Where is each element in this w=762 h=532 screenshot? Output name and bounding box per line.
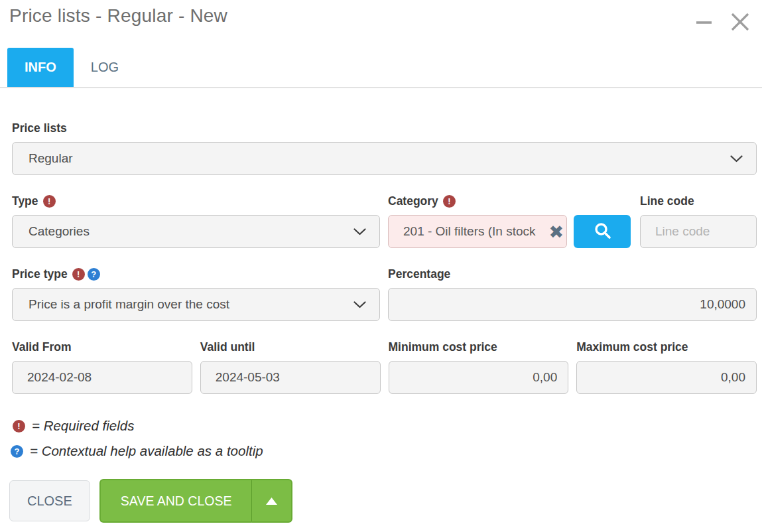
valid-until-label: Valid until <box>200 340 381 354</box>
percentage-field: Percentage <box>388 267 757 321</box>
form: Price lists Regular Type ! Categories <box>0 88 762 459</box>
search-button[interactable] <box>574 215 631 248</box>
chevron-down-icon <box>353 297 366 312</box>
line-code-field: Line code <box>640 194 757 248</box>
category-input[interactable] <box>388 215 567 248</box>
legend-help: ? = Contextual help available as a toolt… <box>13 443 757 459</box>
type-select[interactable]: Categories <box>12 215 380 248</box>
category-label: Category ! <box>388 194 567 208</box>
percentage-input[interactable] <box>388 288 757 321</box>
category-input-wrap: ✖ <box>388 215 567 248</box>
help-icon[interactable]: ? <box>88 268 100 281</box>
footer: CLOSE SAVE AND CLOSE <box>0 479 762 523</box>
tab-info[interactable]: INFO <box>7 48 74 87</box>
required-icon: ! <box>72 268 85 281</box>
search-icon <box>594 222 611 241</box>
price-type-label: Price type ! ? <box>12 267 380 281</box>
legend-help-text: = Contextual help available as a tooltip <box>30 443 263 459</box>
window-controls <box>695 5 750 32</box>
chevron-down-icon <box>730 151 743 166</box>
price-type-field: Price type ! ? Price is a profit margin … <box>12 267 380 321</box>
legend-required-text: = Required fields <box>32 418 134 434</box>
tab-log[interactable]: LOG <box>74 48 136 87</box>
price-lists-select[interactable]: Regular <box>12 142 757 175</box>
valid-from-label: Valid From <box>12 340 192 354</box>
close-button[interactable]: CLOSE <box>9 480 90 521</box>
valid-from-input[interactable] <box>12 361 192 394</box>
page-title: Price lists - Regular - New <box>9 5 227 27</box>
line-code-input[interactable] <box>640 215 757 248</box>
type-selected-value: Categories <box>29 224 90 239</box>
price-lists-selected-value: Regular <box>29 151 73 166</box>
type-label: Type ! <box>12 194 380 208</box>
min-cost-price-input[interactable] <box>389 361 569 394</box>
max-cost-price-field: Maximum cost price <box>576 340 757 394</box>
valid-from-field: Valid From <box>12 340 192 394</box>
caret-up-icon <box>266 496 277 507</box>
save-and-close-button[interactable]: SAVE AND CLOSE <box>99 479 253 523</box>
price-type-select[interactable]: Price is a profit margin over the cost <box>12 288 380 321</box>
price-lists-label: Price lists <box>12 121 757 135</box>
tab-bar: INFO LOG <box>0 48 762 88</box>
required-icon: ! <box>43 195 56 208</box>
chevron-down-icon <box>353 224 366 239</box>
titlebar: Price lists - Regular - New <box>0 0 762 32</box>
save-and-close-split-button: SAVE AND CLOSE <box>99 479 293 523</box>
close-icon[interactable] <box>730 12 750 32</box>
required-icon: ! <box>13 420 25 432</box>
legend-required: ! = Required fields <box>13 418 757 434</box>
min-cost-price-label: Minimum cost price <box>389 340 569 354</box>
valid-until-field: Valid until <box>200 340 381 394</box>
price-type-selected-value: Price is a profit margin over the cost <box>29 297 229 312</box>
row-type-category: Type ! Categories Category ! ✖ <box>12 194 757 248</box>
minimize-icon[interactable] <box>695 13 713 31</box>
category-field: Category ! ✖ <box>388 194 567 248</box>
question-icon: ? <box>11 445 23 458</box>
required-icon: ! <box>443 195 456 208</box>
row-pricetype-percentage: Price type ! ? Price is a profit margin … <box>12 267 757 321</box>
line-code-label: Line code <box>640 194 757 208</box>
clear-icon[interactable]: ✖ <box>548 223 564 241</box>
legend: ! = Required fields ? = Contextual help … <box>12 418 757 459</box>
valid-until-input[interactable] <box>200 361 381 394</box>
type-field: Type ! Categories <box>12 194 380 248</box>
category-search <box>574 194 631 248</box>
max-cost-price-label: Maximum cost price <box>576 340 757 354</box>
save-options-toggle[interactable] <box>252 479 292 523</box>
min-cost-price-field: Minimum cost price <box>389 340 569 394</box>
max-cost-price-input[interactable] <box>576 361 757 394</box>
row-dates-costs: Valid From Valid until Minimum cost pric… <box>12 340 757 394</box>
price-lists-field: Price lists Regular <box>12 121 757 175</box>
percentage-label: Percentage <box>388 267 757 281</box>
